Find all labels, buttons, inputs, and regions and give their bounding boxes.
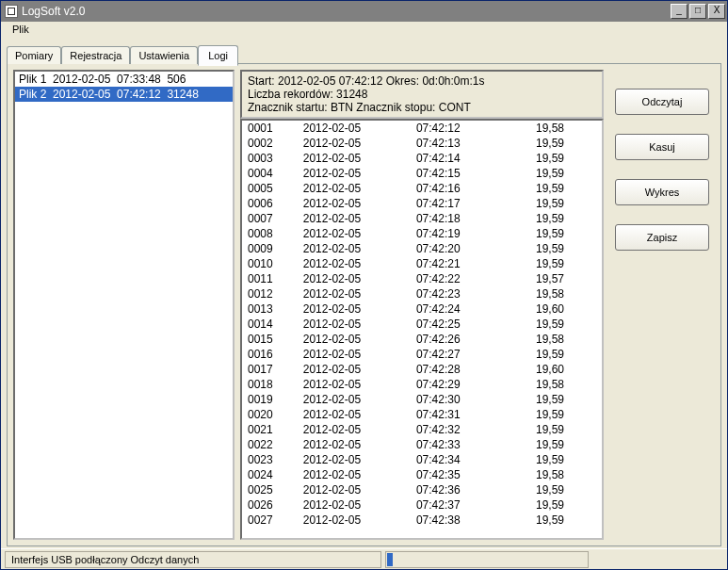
info-line-2: Liczba rekordów: 31248 <box>248 88 596 101</box>
record-row[interactable]: 00152012-02-0507:42:2619,58 <box>242 332 602 347</box>
close-button[interactable]: X <box>708 4 725 19</box>
client-area: PomiaryRejestracjaUstawieniaLogi Plik 1 … <box>1 41 727 548</box>
maximize-button[interactable]: □ <box>689 4 706 19</box>
record-row[interactable]: 00062012-02-0507:42:1719,59 <box>242 196 602 211</box>
file-list-item[interactable]: Plik 2 2012-02-05 07:42:12 31248 <box>15 87 233 102</box>
record-cell-date: 2012-02-05 <box>298 301 411 317</box>
record-row[interactable]: 00162012-02-0507:42:2719,59 <box>242 347 602 362</box>
record-cell-date: 2012-02-05 <box>298 286 411 301</box>
record-row[interactable]: 00032012-02-0507:42:1419,59 <box>242 151 602 166</box>
record-cell-idx: 0025 <box>242 482 298 497</box>
record-row[interactable]: 00102012-02-0507:42:2119,59 <box>242 256 602 271</box>
record-row[interactable]: 00132012-02-0507:42:2419,60 <box>242 301 602 317</box>
record-cell-val: 19,59 <box>506 452 602 467</box>
record-cell-date: 2012-02-05 <box>298 422 411 437</box>
record-cell-idx: 0020 <box>242 407 298 422</box>
record-cell-idx: 0012 <box>242 286 298 301</box>
save-button[interactable]: Zapisz <box>615 224 709 251</box>
record-list[interactable]: 00012012-02-0507:42:1219,5800022012-02-0… <box>240 119 604 540</box>
record-cell-date: 2012-02-05 <box>298 121 411 136</box>
record-cell-time: 07:42:15 <box>411 166 506 181</box>
record-row[interactable]: 00012012-02-0507:42:1219,58 <box>242 121 602 136</box>
record-cell-time: 07:42:22 <box>411 271 506 286</box>
record-cell-time: 07:42:25 <box>411 317 506 332</box>
record-cell-idx: 0019 <box>242 392 298 407</box>
record-cell-time: 07:42:36 <box>411 482 506 497</box>
tab-rejestracja[interactable]: Rejestracja <box>61 46 130 64</box>
record-cell-val: 19,59 <box>506 136 602 151</box>
record-row[interactable]: 00202012-02-0507:42:3119,59 <box>242 407 602 422</box>
record-row[interactable]: 00172012-02-0507:42:2819,60 <box>242 362 602 377</box>
record-cell-time: 07:42:24 <box>411 301 506 317</box>
record-cell-val: 19,58 <box>506 377 602 392</box>
record-cell-val: 19,59 <box>506 181 602 196</box>
file-list-item[interactable]: Plik 1 2012-02-05 07:33:48 506 <box>15 72 233 87</box>
record-row[interactable]: 00262012-02-0507:42:3719,59 <box>242 497 602 513</box>
record-row[interactable]: 00022012-02-0507:42:1319,59 <box>242 136 602 151</box>
record-row[interactable]: 00252012-02-0507:42:3619,59 <box>242 482 602 497</box>
tab-pomiary[interactable]: Pomiary <box>7 46 61 64</box>
record-cell-date: 2012-02-05 <box>298 482 411 497</box>
tab-logi[interactable]: Logi <box>198 45 238 66</box>
file-list[interactable]: Plik 1 2012-02-05 07:33:48 506Plik 2 201… <box>13 70 235 540</box>
info-line-3: Znacznik startu: BTN Znacznik stopu: CON… <box>248 101 596 114</box>
record-cell-date: 2012-02-05 <box>298 377 411 392</box>
record-cell-date: 2012-02-05 <box>298 211 411 226</box>
record-row[interactable]: 00052012-02-0507:42:1619,59 <box>242 181 602 196</box>
record-cell-idx: 0014 <box>242 317 298 332</box>
record-cell-date: 2012-02-05 <box>298 407 411 422</box>
record-row[interactable]: 00122012-02-0507:42:2319,58 <box>242 286 602 301</box>
record-cell-idx: 0006 <box>242 196 298 211</box>
record-cell-time: 07:42:32 <box>411 422 506 437</box>
record-cell-val: 19,59 <box>506 317 602 332</box>
record-cell-date: 2012-02-05 <box>298 392 411 407</box>
menu-file[interactable]: Plik <box>7 22 35 37</box>
chart-button[interactable]: Wykres <box>615 179 709 205</box>
record-row[interactable]: 00042012-02-0507:42:1519,59 <box>242 166 602 181</box>
record-cell-time: 07:42:30 <box>411 392 506 407</box>
record-row[interactable]: 00212012-02-0507:42:3219,59 <box>242 422 602 437</box>
record-cell-val: 19,59 <box>506 241 602 256</box>
record-cell-idx: 0024 <box>242 467 298 482</box>
record-cell-val: 19,59 <box>506 482 602 497</box>
minimize-button[interactable]: _ <box>671 4 688 19</box>
record-cell-date: 2012-02-05 <box>298 317 411 332</box>
record-cell-idx: 0004 <box>242 166 298 181</box>
titlebar[interactable]: LogSoft v2.0 _ □ X <box>1 1 727 22</box>
record-row[interactable]: 00142012-02-0507:42:2519,59 <box>242 317 602 332</box>
tab-ustawienia[interactable]: Ustawienia <box>130 46 198 64</box>
record-cell-date: 2012-02-05 <box>298 166 411 181</box>
record-row[interactable]: 00092012-02-0507:42:2019,59 <box>242 241 602 256</box>
record-cell-idx: 0027 <box>242 513 298 528</box>
record-cell-idx: 0023 <box>242 452 298 467</box>
record-row[interactable]: 00082012-02-0507:42:1919,59 <box>242 226 602 241</box>
record-cell-idx: 0022 <box>242 437 298 452</box>
record-cell-time: 07:42:31 <box>411 407 506 422</box>
record-cell-date: 2012-02-05 <box>298 437 411 452</box>
record-row[interactable]: 00072012-02-0507:42:1819,59 <box>242 211 602 226</box>
record-row[interactable]: 00272012-02-0507:42:3819,59 <box>242 513 602 528</box>
record-cell-val: 19,59 <box>506 422 602 437</box>
read-button[interactable]: Odczytaj <box>615 89 709 115</box>
delete-button[interactable]: Kasuj <box>615 134 709 160</box>
record-cell-idx: 0015 <box>242 332 298 347</box>
record-cell-time: 07:42:19 <box>411 226 506 241</box>
record-row[interactable]: 00242012-02-0507:42:3519,58 <box>242 467 602 482</box>
record-row[interactable]: 00192012-02-0507:42:3019,59 <box>242 392 602 407</box>
record-cell-time: 07:42:26 <box>411 332 506 347</box>
record-cell-time: 07:42:16 <box>411 181 506 196</box>
record-row[interactable]: 00112012-02-0507:42:2219,57 <box>242 271 602 286</box>
record-cell-idx: 0005 <box>242 181 298 196</box>
record-cell-date: 2012-02-05 <box>298 196 411 211</box>
record-cell-time: 07:42:29 <box>411 377 506 392</box>
record-cell-idx: 0016 <box>242 347 298 362</box>
record-row[interactable]: 00182012-02-0507:42:2919,58 <box>242 377 602 392</box>
record-cell-idx: 0018 <box>242 377 298 392</box>
record-cell-time: 07:42:18 <box>411 211 506 226</box>
record-cell-time: 07:42:38 <box>411 513 506 528</box>
record-row[interactable]: 00222012-02-0507:42:3319,59 <box>242 437 602 452</box>
record-cell-val: 19,59 <box>506 196 602 211</box>
record-cell-idx: 0021 <box>242 422 298 437</box>
record-cell-time: 07:42:35 <box>411 467 506 482</box>
record-row[interactable]: 00232012-02-0507:42:3419,59 <box>242 452 602 467</box>
